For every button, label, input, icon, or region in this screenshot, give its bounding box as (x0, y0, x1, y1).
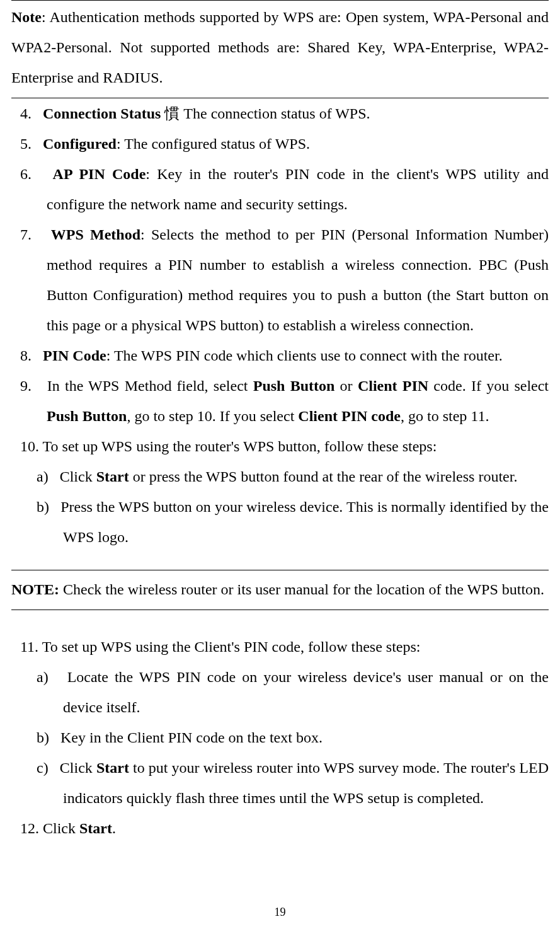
bold: Client PIN (358, 378, 428, 394)
text: In the WPS Method field, select (47, 378, 253, 394)
note-text: : Authentication methods supported by WP… (11, 9, 549, 86)
item-num: 9. (20, 378, 31, 394)
note-auth-methods: Note: Authentication methods supported b… (11, 0, 549, 98)
text: , go to step 10. If you select (127, 408, 298, 424)
note-wps-button: NOTE: Check the wireless router or its u… (11, 570, 549, 610)
item-10a: a) Click Start or press the WPS button f… (37, 461, 549, 492)
bold: Push Button (253, 378, 335, 394)
main-list-3: 12. Click Start. (11, 813, 549, 843)
item-7: 7. WPS Method: Selects the method to per… (20, 219, 549, 340)
item-num: 8. (20, 347, 31, 364)
item-11c: c) Click Start to put your wireless rout… (37, 753, 549, 813)
text: Key in the Client PIN code on the text b… (60, 729, 323, 746)
item-label: PIN Code (43, 347, 106, 364)
item-text: : The WPS PIN code which clients use to … (106, 347, 503, 364)
bold: Start (96, 760, 129, 776)
sub-list-11: a) Locate the WPS PIN code on your wirel… (11, 662, 549, 813)
text: or press the WPS button found at the rea… (129, 468, 518, 485)
item-label: WPS Method (51, 226, 140, 243)
item-num: a) (37, 669, 49, 685)
item-num: 7. (20, 226, 31, 243)
note-label: Note (11, 9, 42, 25)
text: Press the WPS button on your wireless de… (57, 499, 549, 545)
item-num: a) (37, 468, 49, 485)
item-11: 11. To set up WPS using the Client's PIN… (20, 632, 549, 662)
item-text: 慣 The connection status of WPS. (161, 105, 370, 122)
item-text: To set up WPS using the Client's PIN cod… (42, 638, 421, 655)
main-list-2: 11. To set up WPS using the Client's PIN… (11, 632, 549, 662)
item-num: 5. (20, 136, 31, 152)
item-num: b) (37, 499, 49, 515)
note-label: NOTE: (11, 581, 59, 598)
text: to put your wireless router into WPS sur… (63, 760, 549, 806)
bold: Client PIN code (298, 408, 401, 424)
text: Locate the WPS PIN code on your wireless… (63, 669, 549, 715)
item-10b: b) Press the WPS button on your wireless… (37, 492, 549, 552)
page-number: 19 (0, 901, 560, 923)
item-num: 11. (20, 638, 38, 655)
item-num: c) (37, 760, 49, 776)
item-label: Configured (43, 136, 117, 152)
item-6: 6. AP PIN Code: Key in the router's PIN … (20, 159, 549, 219)
item-num: 4. (20, 105, 31, 122)
item-10: 10. To set up WPS using the router's WPS… (20, 431, 549, 461)
bold: Push Button (47, 408, 127, 424)
item-num: 6. (20, 166, 31, 182)
item-8: 8. PIN Code: The WPS PIN code which clie… (20, 340, 549, 371)
item-text: : The configured status of WPS. (117, 136, 310, 152)
item-4: 4. Connection Status 慣 The connection st… (20, 98, 549, 129)
item-5: 5. Configured: The configured status of … (20, 129, 549, 159)
text: Click (43, 820, 79, 836)
text: , go to step 11. (401, 408, 489, 424)
bold: Start (79, 820, 112, 836)
item-label: Connection Status (43, 105, 161, 122)
main-list: 4. Connection Status 慣 The connection st… (11, 98, 549, 461)
item-text: To set up WPS using the router's WPS but… (43, 438, 437, 454)
note-text: Check the wireless router or its user ma… (59, 581, 544, 598)
text: or (334, 378, 358, 394)
text: code. If you select (428, 378, 549, 394)
item-num: 10. (20, 438, 39, 454)
item-9: 9. In the WPS Method field, select Push … (20, 371, 549, 431)
item-num: 12. (20, 820, 39, 836)
item-num: b) (37, 729, 49, 746)
item-11a: a) Locate the WPS PIN code on your wirel… (37, 662, 549, 722)
item-11b: b) Key in the Client PIN code on the tex… (37, 722, 549, 753)
text: . (112, 820, 116, 836)
bold: Start (96, 468, 129, 485)
sub-list-10: a) Click Start or press the WPS button f… (11, 461, 549, 552)
item-12: 12. Click Start. (20, 813, 549, 843)
text: Click (60, 468, 96, 485)
text: Click (60, 760, 96, 776)
item-label: AP PIN Code (53, 166, 146, 182)
